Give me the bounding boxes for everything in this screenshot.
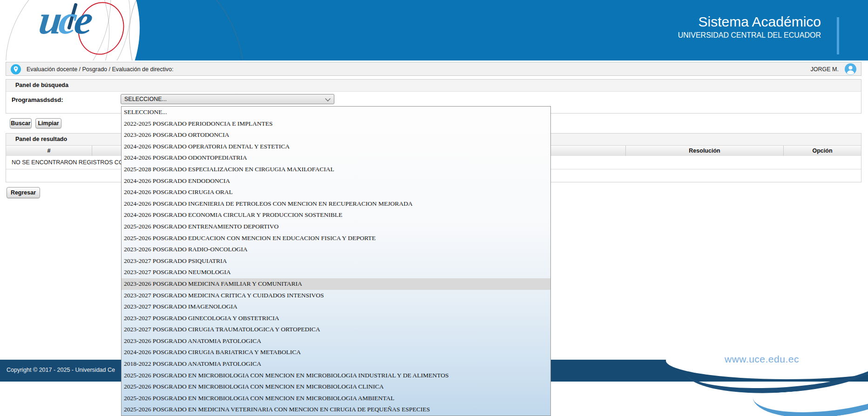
dropdown-option[interactable]: 2023-2027 POSGRADO MEDICINA CRITICA Y CU… [122,290,550,302]
user-avatar-icon[interactable] [845,63,856,75]
program-label: Programasdsdsd: [12,96,63,103]
dropdown-option[interactable]: 2025-2026 POSGRADO EDUCACION CON MENCION… [122,233,550,244]
app-title: Sistema Académico [678,14,821,30]
dropdown-option[interactable]: 2024-2026 POSGRADO CIRUGIA BARIATRICA Y … [122,347,550,358]
dropdown-option[interactable]: SELECCIONE... [122,107,550,118]
dropdown-option[interactable]: 2025-2026 POSGRADO EN MEDICINA VETERINAR… [122,404,550,416]
dropdown-option[interactable]: 2023-2026 POSGRADO ORTODONCIA [122,129,550,141]
column-header-resolucion: Resolución [626,146,784,156]
app-subtitle: UNIVERSIDAD CENTRAL DEL ECUADOR [678,30,821,41]
page: uce Sistema Académico UNIVERSIDAD CENTRA… [0,0,868,416]
header-accent-bar [837,17,839,54]
header-titles: Sistema Académico UNIVERSIDAD CENTRAL DE… [678,14,821,41]
column-header-num: # [6,146,92,156]
chevron-down-icon [325,96,330,101]
breadcrumb-bar: Evaluación docente / Posgrado / Evaluaci… [6,62,861,76]
regresar-button[interactable]: Regresar [7,187,40,198]
decorative-curve [109,0,264,60]
dropdown-option[interactable]: 2023-2026 POSGRADO ANATOMIA PATOLOGICA [122,335,550,347]
location-pin-icon [11,64,21,74]
search-panel-title: Panel de búsqueda [6,80,861,92]
website-link[interactable]: www.uce.edu.ec [725,354,799,365]
dropdown-option[interactable]: 2024-2026 POSGRADO OPERATORIA DENTAL Y E… [122,141,550,153]
dropdown-option[interactable]: 2024-2026 POSGRADO ODONTOPEDIATRIA [122,152,550,164]
dropdown-option[interactable]: 2023-2027 POSGRADO GINECOLOGIA Y OBSTETR… [122,313,550,324]
dropdown-option[interactable]: 2023-2027 POSGRADO CIRUGIA TRAUMATOLOGIC… [122,324,550,335]
program-dropdown-list: SELECCIONE...2022-2025 POSGRADO PERIODON… [121,106,551,416]
dropdown-option[interactable]: 2024-2026 POSGRADO ENDODONCIA [122,175,550,187]
dropdown-option[interactable]: 2023-2026 POSGRADO MEDICINA FAMILIAR Y C… [122,278,550,290]
app-header: uce Sistema Académico UNIVERSIDAD CENTRA… [0,0,868,60]
dropdown-option[interactable]: 2024-2026 POSGRADO ECONOMIA CIRCULAR Y P… [122,209,550,221]
dropdown-option[interactable]: 2024-2026 POSGRADO INGENIERIA DE PETROLE… [122,198,550,210]
dropdown-option[interactable]: 2022-2025 POSGRADO PERIODONCIA E IMPLANT… [122,118,550,130]
program-select[interactable]: SELECCIONE... [121,94,334,104]
uce-logo: uce [37,0,93,43]
limpiar-button[interactable]: Limpiar [35,118,61,128]
dropdown-option[interactable]: 2025-2026 POSGRADO EN MICROBIOLOGIA CON … [122,393,550,404]
dropdown-option[interactable]: 2025-2026 POSGRADO EN MICROBIOLOGIA CON … [122,381,550,393]
dropdown-option[interactable]: 2023-2027 POSGRADO NEUMOLOGIA [122,267,550,278]
copyright-text: Copyright © 2017 - 2025 - Universidad Ce [7,367,115,373]
program-select-value: SELECCIONE... [124,96,167,102]
breadcrumb: Evaluación docente / Posgrado / Evaluaci… [27,66,173,73]
dropdown-option[interactable]: 2023-2027 POSGRADO PSIQUIATRIA [122,255,550,267]
dropdown-option[interactable]: 2025-2028 POSGRADO ESPECIALIZACION EN CI… [122,164,550,175]
buscar-button[interactable]: Buscar [10,118,32,128]
dropdown-option[interactable]: 2023-2026 POSGRADO RADIO-ONCOLOGIA [122,244,550,255]
dropdown-option[interactable]: 2025-2026 POSGRADO EN MICROBIOLOGIA CON … [122,370,550,382]
dropdown-option[interactable]: 2023-2027 POSGRADO IMAGENOLOGIA [122,301,550,313]
dropdown-option[interactable]: 2024-2026 POSGRADO CIRUGIA ORAL [122,187,550,198]
column-header-opcion: Opción [784,146,861,156]
user-name: JORGE M. [811,66,839,73]
dropdown-option[interactable]: 2025-2026 POSGRADO ENTRENAMIENTO DEPORTI… [122,221,550,233]
dropdown-option[interactable]: 2018-2022 POSGRADO ANATOMIA PATOLOGICA [122,358,550,370]
